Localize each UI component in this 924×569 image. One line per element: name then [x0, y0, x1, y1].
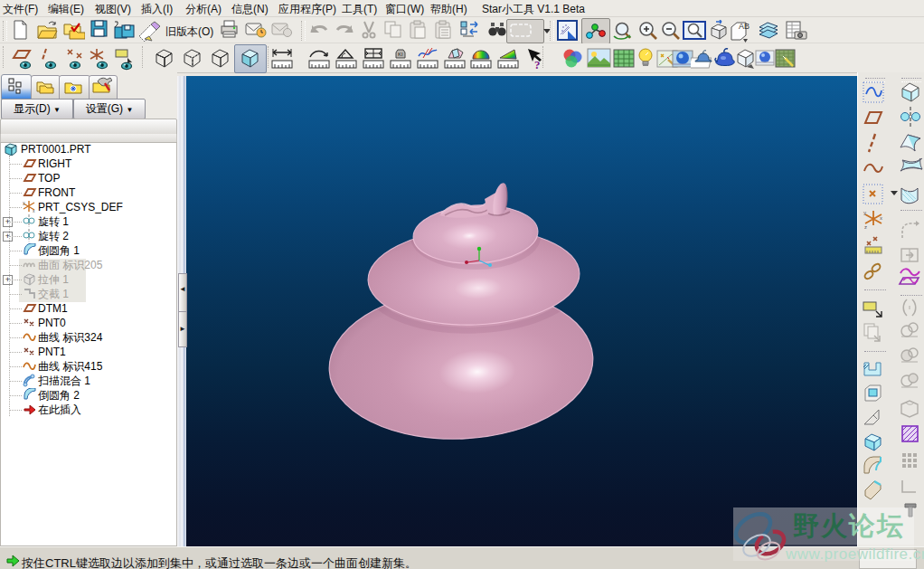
svg-text:y: y — [863, 210, 866, 215]
svg-text:z: z — [864, 224, 867, 230]
svg-text:KI: KI — [398, 52, 403, 57]
svg-text:AB: AB — [739, 22, 750, 31]
svg-text:?: ? — [534, 58, 541, 71]
svg-text:x: x — [880, 215, 882, 221]
svg-text:x: x — [33, 208, 35, 213]
